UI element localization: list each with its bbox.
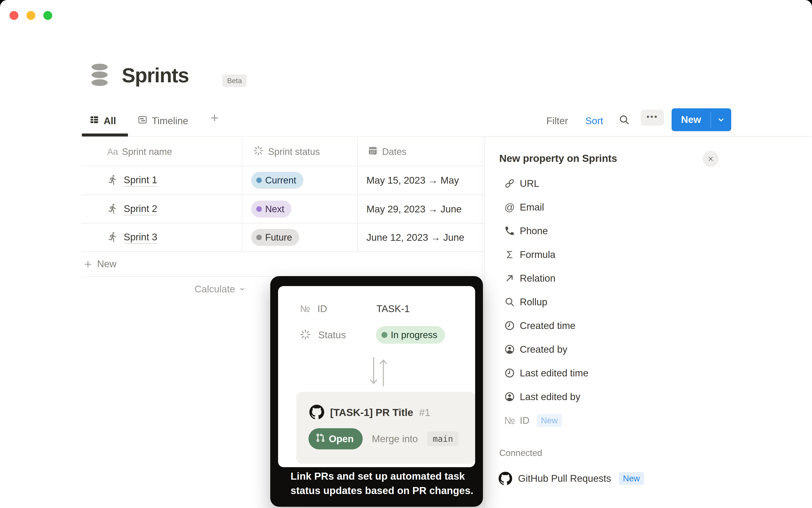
new-button-dropdown[interactable] (711, 108, 731, 131)
property-option-formula[interactable]: Σ Formula (485, 243, 812, 266)
sprint-name-link[interactable]: Sprint 3 (124, 231, 157, 244)
column-divider (242, 137, 242, 251)
column-header-label: Sprint status (268, 146, 320, 157)
arrow-up-right-icon (504, 273, 515, 284)
database-icon (89, 62, 110, 88)
add-row-button[interactable]: + New (84, 251, 117, 276)
dates-cell[interactable]: June 12, 2023 → June (366, 223, 484, 252)
property-option-label: Phone (520, 225, 548, 237)
runner-icon (107, 174, 118, 186)
pr-state-label: Open (329, 433, 354, 444)
status-badge[interactable]: Future (251, 229, 299, 246)
calculate-label: Calculate (194, 283, 235, 295)
toolbar-divider (81, 136, 812, 137)
runner-icon (107, 203, 118, 215)
caption-line: status updates based on PR changes. (290, 483, 473, 498)
column-header-dates[interactable]: Dates (367, 137, 406, 166)
property-option-id[interactable]: № ID New (485, 409, 812, 432)
add-view-button[interactable]: + (211, 110, 218, 126)
status-label: Next (265, 204, 284, 214)
connected-github-pull-requests[interactable]: GitHub Pull Requests New (485, 467, 644, 490)
column-header-sprint-status[interactable]: Sprint status (253, 137, 320, 166)
clock-icon (504, 320, 515, 331)
numero-icon: № (504, 415, 515, 426)
new-record-button[interactable]: New (672, 108, 731, 131)
property-option-created-by[interactable]: Created by (485, 337, 812, 361)
connected-section-title: Connected (499, 448, 542, 458)
property-option-label: Last edited by (520, 391, 580, 403)
chevron-down-icon (238, 286, 246, 293)
zoom-window-button[interactable] (43, 11, 52, 20)
id-property-label: ID (317, 303, 327, 314)
pr-header: [TASK-1] PR Title #1 (309, 405, 430, 420)
status-dot (256, 235, 262, 240)
sprint-name-link[interactable]: Sprint 1 (124, 174, 157, 186)
table-view-icon (89, 115, 99, 127)
status-label: In progress (391, 330, 437, 340)
id-property-value: TASK-1 (376, 303, 410, 314)
status-dot (256, 177, 262, 183)
person-icon (504, 391, 515, 402)
table-row-name[interactable]: Sprint 3 (107, 223, 157, 252)
property-option-phone[interactable]: Phone (485, 219, 812, 243)
in-progress-badge: In progress (376, 326, 445, 344)
property-option-label: URL (520, 178, 539, 189)
property-option-last-edited-time[interactable]: Last edited time (485, 361, 812, 385)
timeline-view-icon (137, 115, 148, 127)
link-icon (504, 178, 515, 189)
chevron-down-icon (716, 115, 726, 124)
property-option-rollup[interactable]: Rollup (485, 290, 812, 314)
property-option-email[interactable]: @ Email (485, 195, 812, 219)
status-badge[interactable]: Current (251, 172, 304, 189)
dates-cell[interactable]: May 15, 2023 → May (366, 166, 484, 195)
minimize-window-button[interactable] (27, 11, 35, 20)
property-option-label: Rollup (520, 296, 547, 308)
page-title: Sprints (122, 62, 189, 88)
at-icon: @ (504, 202, 515, 213)
ellipsis-icon: ••• (647, 112, 658, 121)
property-option-url[interactable]: URL (485, 172, 812, 195)
more-options-button[interactable]: ••• (641, 110, 664, 126)
property-option-relation[interactable]: Relation (485, 266, 812, 290)
merge-into-label: Merge into (372, 433, 418, 444)
tab-timeline-label: Timeline (152, 115, 188, 127)
new-feature-badge: New (537, 414, 562, 427)
property-option-last-edited-by[interactable]: Last edited by (485, 385, 812, 409)
phone-icon (504, 225, 515, 236)
pr-open-badge: Open (309, 428, 363, 450)
column-header-sprint-name[interactable]: Aa Sprint name (107, 137, 172, 166)
filter-button[interactable]: Filter (546, 115, 568, 127)
magnifier-icon (504, 296, 515, 307)
tab-all-label: All (104, 115, 116, 127)
status-dot (256, 206, 262, 212)
close-icon (707, 155, 714, 163)
property-option-label: Created time (520, 320, 575, 331)
add-row-label: New (97, 258, 117, 269)
github-sync-promo-card: № ID TASK-1 Status In progress (270, 276, 483, 507)
property-option-created-time[interactable]: Created time (485, 314, 812, 337)
github-pr-card: [TASK-1] PR Title #1 Open Merge into mai… (296, 392, 475, 464)
person-icon (504, 344, 515, 355)
new-button-label[interactable]: New (672, 108, 711, 131)
property-option-label: Created by (520, 344, 567, 355)
pull-request-icon (316, 433, 325, 445)
property-option-label: Relation (520, 272, 555, 284)
close-window-button[interactable] (9, 11, 18, 20)
table-row-name[interactable]: Sprint 1 (107, 166, 157, 195)
tab-timeline[interactable]: Timeline (137, 113, 188, 129)
table-row-name[interactable]: Sprint 2 (107, 195, 157, 223)
window-controls (9, 11, 52, 20)
github-icon (309, 405, 324, 420)
clock-icon (504, 368, 515, 379)
text-property-icon: Aa (107, 146, 118, 157)
beta-badge: Beta (222, 75, 246, 87)
active-tab-indicator (82, 133, 128, 136)
sort-button[interactable]: Sort (585, 115, 603, 127)
sprint-name-link[interactable]: Sprint 2 (124, 203, 157, 215)
search-button[interactable] (618, 114, 630, 127)
dates-cell[interactable]: May 29, 2023 → June (366, 195, 484, 223)
panel-close-button[interactable] (703, 151, 719, 167)
status-badge[interactable]: Next (251, 201, 291, 217)
tab-all[interactable]: All (89, 113, 116, 129)
calculate-button[interactable]: Calculate (194, 283, 246, 295)
